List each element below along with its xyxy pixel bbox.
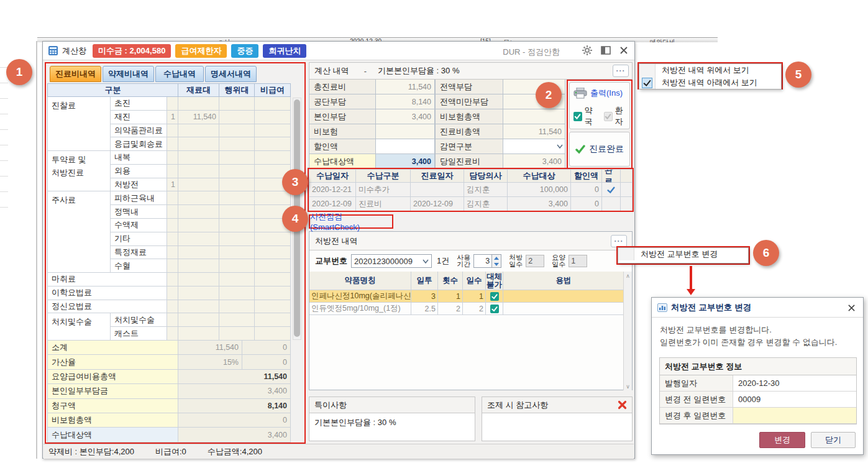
- calc-value-1: 8,140: [376, 94, 435, 109]
- use-period-spinner[interactable]: [492, 254, 501, 268]
- change-button[interactable]: 변경: [759, 432, 805, 448]
- menu-gutter: [618, 248, 634, 260]
- restore-window-icon[interactable]: [601, 46, 611, 55]
- annotation-badge-5: 5: [785, 62, 811, 88]
- title-badge-2: 중증: [231, 44, 258, 58]
- row-material: [178, 178, 219, 192]
- payments-row[interactable]: 2020-12-09진료비2020-12-09김지훈3,4000: [309, 197, 633, 211]
- dialog-row-value[interactable]: [733, 408, 856, 424]
- table-group: 투약료 및처방진료내복외용처방전1: [47, 151, 291, 191]
- drug-header-row: 약품명칭일투횟수일수대체불가용법: [309, 272, 624, 290]
- drug-row[interactable]: 인페나신정10mg(솔리페나신숙311: [309, 290, 624, 303]
- drug-header-line: 용법: [556, 277, 572, 285]
- group-category: 투약료 및처방진료: [47, 151, 111, 191]
- clear-note-icon[interactable]: [618, 400, 627, 410]
- table-row: 이학요법료: [47, 287, 291, 300]
- payments-table: 수납일자수납구분진료일자담당의사수납대상할인액완료2020-12-21미수추가김…: [309, 169, 633, 211]
- calc-row: 비보험진료비총액11,540: [309, 124, 565, 139]
- view-menu-item-0[interactable]: 처방전 내역 위에서 보기: [639, 64, 781, 76]
- payments-header-1: 수납구분: [356, 169, 411, 183]
- group-category: 주사료: [47, 191, 111, 273]
- view-position-menu: 처방전 내역 위에서 보기처방전 내역 아래에서 보기: [639, 63, 782, 89]
- calc-row: 공단부담8,140전액미만부담: [309, 94, 565, 109]
- table-row: 수액제: [111, 219, 291, 232]
- dialog-desc-line2: 일련번호가 이미 존재할 경우 변경할 수 없습니다.: [660, 336, 837, 349]
- calc-value-1: [376, 124, 435, 139]
- close-button[interactable]: 닫기: [811, 432, 856, 448]
- issue-no-select[interactable]: 2020123000009: [351, 254, 432, 268]
- label-line: 일수: [509, 261, 523, 268]
- row-count: [167, 259, 178, 273]
- row-value: [255, 287, 291, 300]
- view-menu-item-1[interactable]: 처방전 내역 아래에서 보기: [639, 76, 781, 89]
- drug-row[interactable]: 인듀엣정5mg/10mg_(1정)2.522: [309, 303, 624, 315]
- row-label: 피하근육내: [111, 191, 167, 205]
- table-row: 마취료: [47, 273, 291, 287]
- payments-cell: 진료비: [356, 197, 411, 211]
- drug-cell: 3: [411, 290, 438, 303]
- payments-row[interactable]: 2020-12-21미수추가김지훈100,0000: [309, 183, 633, 197]
- use-period-input[interactable]: 3: [473, 254, 492, 268]
- summary-label: 가산율: [47, 355, 178, 369]
- close-icon[interactable]: [619, 46, 628, 55]
- complete-box[interactable]: 진료완료: [569, 132, 630, 167]
- scroll-down-icon[interactable]: ∨: [624, 382, 632, 390]
- row-count: [167, 124, 178, 138]
- settings-gear-icon[interactable]: [582, 45, 592, 55]
- summary-row: 가산율15%0: [47, 355, 291, 369]
- no-sub-checkbox[interactable]: [490, 305, 499, 313]
- left-panel-tabs: 진료비내역약제비내역수납내역명세서내역: [50, 66, 257, 82]
- row-noninsured: [255, 327, 291, 341]
- annotation-badge-3: 3: [282, 169, 308, 195]
- calc-value-2[interactable]: [503, 139, 565, 154]
- row-activity: [219, 97, 255, 111]
- title-badge-3: 희귀난치: [263, 44, 306, 58]
- row-label: 의약품관리료: [111, 124, 167, 138]
- spin-up-icon[interactable]: [492, 255, 501, 261]
- calc-label-1: 비보험: [309, 124, 376, 139]
- row-count: [167, 205, 178, 219]
- patient-checkbox[interactable]: [604, 112, 613, 121]
- drug-table-scrollbar[interactable]: ∧ ∨: [623, 272, 632, 390]
- table-row: 처치및수술: [111, 313, 291, 327]
- special-note-content: 기본본인부담율 : 30 %: [309, 413, 475, 432]
- pharmacy-checkbox[interactable]: [573, 112, 582, 121]
- group-category-line: 투약료 및: [52, 153, 110, 166]
- issue-count: 1건: [437, 255, 449, 267]
- tab-2[interactable]: 수납내역: [155, 66, 204, 82]
- row-category: 이학요법료: [47, 287, 167, 300]
- prescription-options-button[interactable]: ···: [611, 235, 627, 247]
- no-sub-checkbox[interactable]: [490, 292, 499, 301]
- dialog-close-icon[interactable]: [847, 304, 856, 312]
- summary-row: 소계11,5400: [47, 341, 291, 355]
- calc-value-1[interactable]: [376, 139, 435, 154]
- group-category: 처치및수술: [47, 313, 111, 341]
- summary-row: 요양급여비용총액11,540: [47, 370, 291, 384]
- special-note-title: 특이사항: [309, 397, 475, 413]
- print-button[interactable]: 출력(Ins): [590, 88, 623, 99]
- row-noninsured: [255, 137, 291, 151]
- summary-value: 0: [178, 413, 291, 428]
- row-material: [178, 219, 219, 232]
- window-statusbar: 약제비 : 본인부담:4,200비급여:0수납금액:4,200: [43, 444, 634, 459]
- row-material: [178, 246, 219, 260]
- tab-3[interactable]: 명세서내역: [205, 66, 257, 82]
- spin-down-icon[interactable]: [492, 261, 501, 267]
- chevron-down-icon: [557, 144, 563, 149]
- payments-cell: 0: [571, 183, 602, 197]
- scroll-up-icon[interactable]: ∧: [624, 272, 632, 280]
- row-value: [178, 273, 219, 287]
- table-row: 의약품관리료: [111, 124, 291, 138]
- row-noninsured: [255, 313, 291, 327]
- calc-value-1: 3,400: [376, 109, 435, 124]
- row-count: [167, 191, 178, 205]
- smartcheck-link[interactable]: 사전점검(SmartCheck): [309, 214, 393, 229]
- calc-label-1: 본인부담: [309, 109, 376, 124]
- row-label: 특정재료: [111, 246, 167, 260]
- tab-1[interactable]: 약제비내역: [103, 66, 154, 82]
- calc-options-button[interactable]: ···: [613, 65, 629, 77]
- row-count: [167, 219, 178, 232]
- tab-0[interactable]: 진료비내역: [50, 66, 101, 82]
- change-menu-item-0[interactable]: 처방전 교부번호 변경: [618, 248, 748, 260]
- payments-header-3: 담당의사: [464, 169, 508, 183]
